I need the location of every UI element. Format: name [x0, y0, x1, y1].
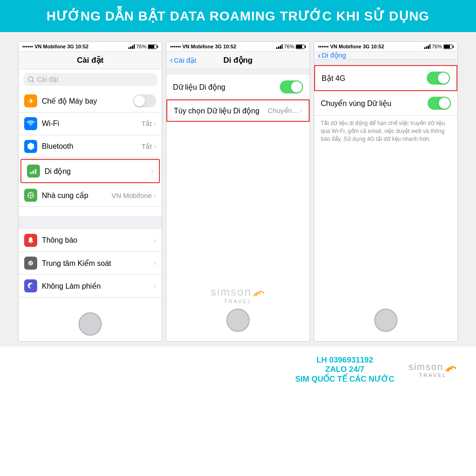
nav-title-2: Di động [224, 55, 253, 65]
phones-container: •••••• VN Mobifone 3G 10:52 76% Cài đặt [0, 32, 476, 346]
carrier-icon [24, 189, 37, 202]
bluetooth-icon: ⬢ [24, 140, 37, 153]
carrier-1: •••••• VN Mobifone 3G 10:52 [22, 44, 88, 49]
control-chevron: › [154, 259, 156, 267]
svg-rect-23 [296, 45, 302, 48]
search-icon-1 [28, 76, 34, 83]
footer-brand-name: simson [409, 362, 443, 372]
svg-rect-3 [134, 44, 135, 49]
home-button-area-2 [226, 303, 250, 337]
svg-rect-31 [453, 46, 454, 48]
footer-brand-travel: TRAVEL [419, 372, 447, 378]
cellular-chevron: › [151, 167, 153, 175]
svg-rect-11 [35, 169, 36, 174]
nav-back-label-2: Cài đặt [174, 56, 196, 65]
bluetooth-chevron: › [154, 142, 156, 151]
nav-back-3[interactable]: ‹ Di động [318, 51, 346, 60]
svg-rect-5 [148, 45, 154, 48]
carrier-3: •••••• VN Mobifone 3G 10:52 [318, 44, 384, 49]
svg-rect-21 [282, 44, 283, 49]
wifi-row[interactable]: Wi-Fi Tắt › [19, 112, 162, 135]
battery-pct-2: 76% [284, 44, 294, 49]
svg-rect-2 [132, 46, 133, 49]
battery-icon-3 [443, 44, 454, 49]
screen1: •••••• VN Mobifone 3G 10:52 76% Cài đặt [18, 41, 162, 342]
carrier-chevron: › [154, 191, 156, 199]
mobile-data-options-label: Tùy chọn Dữ liệu Di động [174, 106, 268, 115]
carrier-value: VN Mobifone [112, 192, 152, 199]
svg-rect-9 [30, 172, 32, 174]
mobile-data-options-chevron: › [300, 106, 302, 115]
home-button-area-3 [374, 303, 397, 337]
airplane-row[interactable]: ✈ Chế độ Máy bay [19, 90, 162, 112]
section-gap-3a [314, 60, 457, 65]
nav-back-2[interactable]: ‹ Cài đặt [170, 55, 196, 65]
header-title: HƯỚNG DẪN BẬT DATA ROAMING TRƯỚC KHI SỬ … [46, 9, 430, 23]
airplane-toggle[interactable] [133, 94, 156, 107]
airplane-label: Chế độ Máy bay [42, 97, 133, 106]
battery-icon-1 [148, 44, 158, 49]
control-icon [24, 257, 37, 270]
home-button-2[interactable] [226, 309, 250, 332]
svg-rect-27 [428, 46, 429, 49]
settings-section-1: ✈ Chế độ Máy bay Wi-Fi Tắt [19, 90, 162, 207]
bat4g-toggle[interactable] [427, 72, 450, 85]
home-button-area-1 [19, 307, 162, 341]
mobile-data-options-row[interactable]: Tùy chọn Dữ liệu Di động Chuyển... › [166, 99, 310, 122]
dnd-chevron: › [154, 282, 156, 290]
data-roaming-row[interactable]: Chuyển vùng Dữ liệu [314, 91, 457, 116]
signal-icon [128, 44, 135, 49]
svg-rect-24 [305, 46, 306, 48]
cellular-row[interactable]: Di động › [20, 159, 160, 183]
carrier-label: Nhà cung cấp [42, 191, 112, 200]
control-row[interactable]: Trung tâm Kiểm soát › [19, 252, 162, 275]
section-gap-1 [19, 216, 162, 229]
status-bar-2: •••••• VN Mobifone 3G 10:52 76% [166, 42, 310, 52]
home-button-1[interactable] [79, 312, 102, 336]
bluetooth-row[interactable]: ⬢ Bluetooth Tắt › [19, 135, 162, 158]
search-placeholder-1: Cài đặt [37, 76, 59, 83]
mobile-data-row[interactable]: Dữ liệu Di động [166, 75, 310, 99]
status-bar-1: •••••• VN Mobifone 3G 10:52 76% [19, 42, 162, 52]
svg-rect-26 [426, 46, 427, 49]
bat4g-label: Bật 4G [322, 74, 427, 83]
search-bar-1[interactable]: Cài đặt [23, 73, 157, 86]
svg-rect-15 [30, 243, 32, 244]
cellular-icon [27, 165, 40, 178]
wifi-icon [24, 117, 37, 130]
carrier-2: •••••• VN Mobifone 3G 10:52 [170, 44, 236, 49]
notifications-chevron: › [154, 236, 156, 245]
footer-contact: LH 0396931192 ZALO 24/7 SIM QUỐC TẾ CÁC … [295, 356, 395, 384]
svg-rect-0 [128, 47, 130, 49]
notifications-row[interactable]: Thông báo › [19, 229, 162, 252]
dnd-label: Không Làm phiền [42, 282, 154, 291]
battery-2: 76% [276, 44, 306, 49]
section-gap-2a [166, 69, 310, 75]
notifications-icon [24, 234, 37, 247]
svg-rect-20 [280, 46, 281, 49]
watermark-2: simson TRAVEL [211, 285, 265, 304]
wifi-chevron: › [154, 119, 156, 128]
carrier-row[interactable]: Nhà cung cấp VN Mobifone › [19, 184, 162, 207]
nav-bar-1: Cài đặt [19, 52, 162, 69]
home-button-3[interactable] [374, 309, 397, 332]
svg-rect-1 [130, 46, 132, 49]
svg-rect-18 [276, 47, 278, 49]
data-roaming-toggle[interactable] [428, 97, 451, 110]
footer-logo: simson TRAVEL [409, 362, 457, 378]
airplane-icon: ✈ [24, 94, 37, 107]
battery-3: 76% [424, 44, 454, 49]
bat4g-row[interactable]: Bật 4G [314, 65, 457, 91]
footer-phone: LH 0396931192 [295, 356, 395, 365]
mobile-data-label: Dữ liệu Di động [173, 83, 280, 92]
dnd-row[interactable]: Không Làm phiền › [19, 275, 162, 298]
footer-sim: SIM QUỐC TẾ CÁC NƯỚC [295, 374, 395, 384]
footer-signal-icon [445, 363, 457, 372]
signal-icon-3 [424, 44, 430, 49]
battery-icon-2 [296, 44, 306, 49]
svg-rect-19 [278, 46, 279, 49]
wifi-value: Tắt [141, 119, 152, 128]
mobile-data-toggle[interactable] [280, 80, 303, 93]
nav-back-label-3: Di động [322, 51, 346, 60]
svg-point-17 [30, 262, 32, 264]
